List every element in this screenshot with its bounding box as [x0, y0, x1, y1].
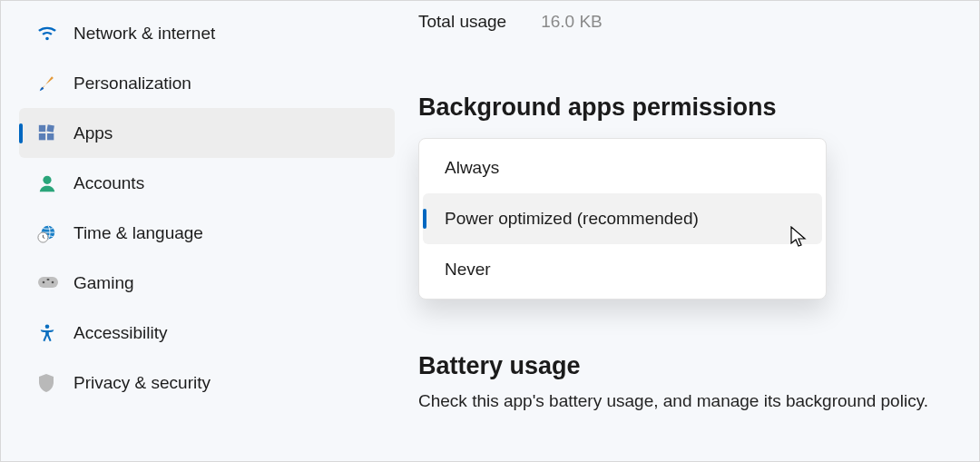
accessibility-icon	[37, 322, 68, 344]
wifi-icon	[37, 23, 68, 44]
svg-point-11	[45, 324, 50, 329]
svg-rect-10	[47, 279, 50, 280]
gamepad-icon	[37, 272, 68, 294]
svg-point-9	[52, 280, 54, 283]
sidebar-item-label: Privacy & security	[74, 373, 211, 393]
battery-usage-heading: Battery usage	[418, 352, 979, 380]
sidebar-item-label: Accounts	[74, 173, 144, 193]
svg-rect-3	[47, 133, 54, 140]
svg-rect-0	[39, 124, 45, 131]
shield-icon	[37, 372, 68, 394]
svg-point-4	[43, 175, 51, 183]
sidebar-item-time-lang[interactable]: Time & language	[19, 208, 395, 258]
bg-permissions-dropdown[interactable]: Always Power optimized (recommended) Nev…	[418, 138, 827, 300]
sidebar-item-accounts[interactable]: Accounts	[19, 158, 395, 208]
dropdown-option-label: Power optimized (recommended)	[445, 209, 699, 229]
sidebar-item-label: Apps	[74, 123, 113, 143]
sidebar-item-label: Accessibility	[74, 323, 167, 343]
sidebar-item-accessibility[interactable]: Accessibility	[19, 308, 395, 358]
dropdown-option-power-optimized[interactable]: Power optimized (recommended)	[423, 193, 822, 244]
globe-clock-icon	[37, 222, 68, 244]
sidebar-item-gaming[interactable]: Gaming	[19, 258, 395, 308]
svg-rect-2	[39, 133, 45, 140]
total-usage-row: Total usage 16.0 KB	[418, 12, 979, 32]
dropdown-option-never[interactable]: Never	[419, 244, 826, 295]
total-usage-value: 16.0 KB	[541, 12, 603, 32]
total-usage-label: Total usage	[418, 12, 506, 32]
sidebar-item-apps[interactable]: Apps	[19, 108, 395, 158]
battery-usage-description: Check this app's battery usage, and mana…	[418, 391, 979, 411]
sidebar-item-personalization[interactable]: Personalization	[19, 58, 395, 108]
dropdown-option-label: Always	[445, 158, 499, 178]
content-pane: Total usage 16.0 KB Background apps perm…	[400, 1, 979, 461]
sidebar-item-label: Network & internet	[74, 24, 215, 44]
svg-point-8	[43, 280, 45, 283]
svg-rect-7	[38, 277, 58, 288]
apps-icon	[37, 123, 68, 144]
sidebar-item-network[interactable]: Network & internet	[19, 8, 395, 58]
person-icon	[37, 172, 68, 194]
settings-sidebar: Network & internet Personalization Apps	[1, 1, 400, 461]
brush-icon	[37, 73, 68, 94]
bg-permissions-heading: Background apps permissions	[418, 93, 979, 122]
sidebar-item-privacy[interactable]: Privacy & security	[19, 358, 395, 408]
dropdown-option-label: Never	[445, 260, 491, 280]
svg-rect-1	[46, 124, 54, 132]
sidebar-item-label: Time & language	[74, 223, 203, 243]
sidebar-item-label: Personalization	[74, 74, 191, 93]
dropdown-option-always[interactable]: Always	[419, 143, 826, 193]
sidebar-item-label: Gaming	[74, 273, 134, 293]
